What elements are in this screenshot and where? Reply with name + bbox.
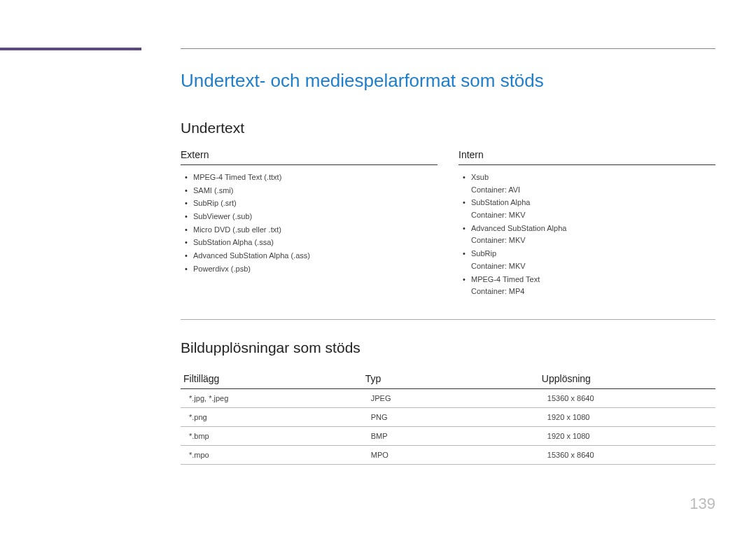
intern-container: Container: MKV bbox=[471, 209, 715, 222]
table-row: *.bmpBMP1920 x 1080 bbox=[181, 426, 715, 445]
list-item: SubStation AlphaContainer: MKV bbox=[458, 196, 715, 221]
intern-container: Container: MKV bbox=[471, 234, 715, 247]
table-cell: *.png bbox=[181, 407, 363, 426]
resolutions-table: Filtillägg Typ Upplösning *.jpg, *.jpegJ… bbox=[181, 369, 715, 465]
intern-list: XsubContainer: AVISubStation AlphaContai… bbox=[458, 171, 715, 298]
subtitle-columns: Extern MPEG-4 Timed Text (.ttxt)SAMI (.s… bbox=[181, 149, 715, 298]
section-resolutions-title: Bildupplösningar som stöds bbox=[181, 339, 715, 356]
table-cell: JPEG bbox=[363, 388, 539, 407]
table-cell: 1920 x 1080 bbox=[539, 407, 715, 426]
table-cell: 15360 x 8640 bbox=[539, 445, 715, 464]
list-item: Advanced SubStation Alpha (.ass) bbox=[181, 249, 438, 262]
th-type: Typ bbox=[363, 369, 539, 389]
intern-column: Intern XsubContainer: AVISubStation Alph… bbox=[458, 149, 715, 298]
list-item: XsubContainer: AVI bbox=[458, 171, 715, 196]
page-title: Undertext- och mediespelarformat som stö… bbox=[181, 70, 715, 92]
content-area: Undertext- och mediespelarformat som stö… bbox=[181, 70, 715, 465]
intern-name: SubRip bbox=[471, 249, 496, 258]
intern-name: Xsub bbox=[471, 173, 489, 181]
section-divider bbox=[181, 319, 715, 320]
table-row: *.pngPNG1920 x 1080 bbox=[181, 407, 715, 426]
table-cell: PNG bbox=[363, 407, 539, 426]
intern-header: Intern bbox=[458, 149, 715, 165]
list-item: SubStation Alpha (.ssa) bbox=[181, 236, 438, 249]
intern-name: MPEG-4 Timed Text bbox=[471, 275, 540, 283]
list-item: Advanced SubStation AlphaContainer: MKV bbox=[458, 222, 715, 247]
table-cell: 15360 x 8640 bbox=[539, 388, 715, 407]
intern-name: Advanced SubStation Alpha bbox=[471, 224, 566, 232]
th-ext: Filtillägg bbox=[181, 369, 363, 389]
intern-name: SubStation Alpha bbox=[471, 198, 530, 206]
th-res: Upplösning bbox=[539, 369, 715, 389]
list-item: MPEG-4 Timed Text (.ttxt) bbox=[181, 171, 438, 184]
section-undertext-title: Undertext bbox=[181, 120, 715, 136]
table-cell: *.jpg, *.jpeg bbox=[181, 388, 363, 407]
extern-header: Extern bbox=[181, 149, 438, 165]
page-number: 139 bbox=[690, 495, 715, 513]
top-rule bbox=[181, 48, 715, 49]
table-row: *.mpoMPO15360 x 8640 bbox=[181, 445, 715, 464]
list-item: SubRip (.srt) bbox=[181, 197, 438, 210]
list-item: Micro DVD (.sub eller .txt) bbox=[181, 223, 438, 237]
table-cell: BMP bbox=[363, 426, 539, 445]
table-cell: MPO bbox=[363, 445, 539, 464]
list-item: Powerdivx (.psb) bbox=[181, 262, 438, 276]
table-cell: *.bmp bbox=[181, 426, 363, 445]
table-cell: *.mpo bbox=[181, 445, 363, 464]
table-row: *.jpg, *.jpegJPEG15360 x 8640 bbox=[181, 388, 715, 407]
list-item: SubViewer (.sub) bbox=[181, 210, 438, 223]
accent-bar bbox=[0, 48, 141, 50]
list-item: SAMI (.smi) bbox=[181, 184, 438, 197]
intern-container: Container: MP4 bbox=[471, 285, 715, 298]
extern-column: Extern MPEG-4 Timed Text (.ttxt)SAMI (.s… bbox=[181, 149, 438, 298]
list-item: SubRipContainer: MKV bbox=[458, 247, 715, 272]
intern-container: Container: MKV bbox=[471, 260, 715, 273]
extern-list: MPEG-4 Timed Text (.ttxt)SAMI (.smi)SubR… bbox=[181, 171, 438, 276]
table-cell: 1920 x 1080 bbox=[539, 426, 715, 445]
list-item: MPEG-4 Timed TextContainer: MP4 bbox=[458, 273, 715, 298]
intern-container: Container: AVI bbox=[471, 183, 715, 197]
table-header-row: Filtillägg Typ Upplösning bbox=[181, 369, 715, 389]
